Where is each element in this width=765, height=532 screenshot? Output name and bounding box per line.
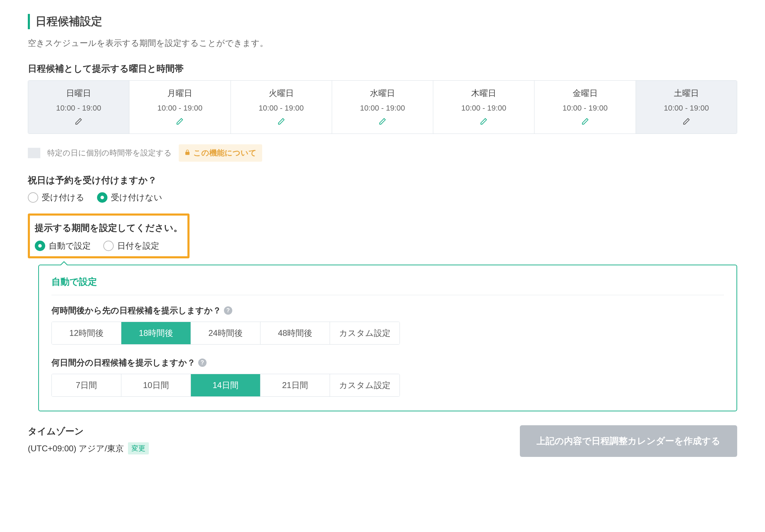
span-segments: 7日間10日間14日間21日間カスタム設定 <box>51 374 400 397</box>
timezone-change-link[interactable]: 変更 <box>128 442 149 454</box>
holiday-reject-radio[interactable]: 受け付けない <box>97 192 162 203</box>
help-icon[interactable]: ? <box>198 358 207 367</box>
day-time: 10:00 - 19:00 <box>132 104 227 113</box>
week-heading: 日程候補として提示する曜日と時間帯 <box>28 63 737 75</box>
day-name: 日曜日 <box>31 88 126 99</box>
edit-icon[interactable] <box>277 118 285 127</box>
create-calendar-button[interactable]: 上記の内容で日程調整カレンダーを作成する <box>520 425 737 457</box>
help-icon[interactable]: ? <box>224 306 232 315</box>
radio-label: 自動で設定 <box>49 240 91 251</box>
day-time: 10:00 - 19:00 <box>639 104 734 113</box>
lead-time-option[interactable]: 24時間後 <box>191 322 260 344</box>
day-cell: 火曜日10:00 - 19:00 <box>231 81 332 134</box>
day-cell: 土曜日10:00 - 19:00 <box>636 81 737 134</box>
lead-time-segments: 12時間後18時間後24時間後48時間後カスタム設定 <box>51 322 400 345</box>
timezone-value: (UTC+09:00) アジア/東京 <box>28 443 124 454</box>
radio-circle <box>103 241 114 251</box>
radio-circle <box>97 192 107 203</box>
day-cell: 水曜日10:00 - 19:00 <box>332 81 433 134</box>
section-description: 空きスケジュールを表示する期間を設定することができます。 <box>28 38 737 49</box>
radio-label: 受け付ける <box>42 192 84 203</box>
radio-label: 受け付けない <box>111 192 162 203</box>
edit-icon[interactable] <box>379 118 386 127</box>
day-name: 木曜日 <box>436 88 531 99</box>
day-time: 10:00 - 19:00 <box>335 104 430 113</box>
info-badge-label: この機能について <box>193 148 257 158</box>
period-mode-radio-group: 自動で設定 日付を設定 <box>35 240 183 251</box>
holiday-heading: 祝日は予約を受け付けますか？ <box>28 174 737 186</box>
lead-time-option[interactable]: 48時間後 <box>260 322 330 344</box>
day-time: 10:00 - 19:00 <box>436 104 531 113</box>
day-name: 月曜日 <box>132 88 227 99</box>
lead-time-option[interactable]: 18時間後 <box>121 322 191 344</box>
day-cell: 日曜日10:00 - 19:00 <box>28 81 129 134</box>
span-option[interactable]: 14日間 <box>191 374 260 396</box>
day-time: 10:00 - 19:00 <box>31 104 126 113</box>
lead-time-row: 何時間後から先の日程候補を提示しますか？ ? 12時間後18時間後24時間後48… <box>51 305 724 345</box>
lead-time-label: 何時間後から先の日程候補を提示しますか？ ? <box>51 305 724 316</box>
holiday-radio-group: 受け付ける 受け付けない <box>28 192 737 203</box>
radio-circle <box>35 241 45 251</box>
span-row: 何日間分の日程候補を提示しますか？ ? 7日間10日間14日間21日間カスタム設… <box>51 357 724 397</box>
section-title: 日程候補設定 <box>28 14 737 29</box>
checkbox-placeholder <box>28 148 40 158</box>
info-badge[interactable]: この機能について <box>179 144 262 162</box>
specific-day-row: 特定の日に個別の時間帯を設定する この機能について <box>28 144 737 162</box>
span-label: 何日間分の日程候補を提示しますか？ ? <box>51 357 724 368</box>
span-option[interactable]: 7日間 <box>52 374 121 396</box>
span-option[interactable]: 10日間 <box>121 374 191 396</box>
edit-icon[interactable] <box>581 118 589 127</box>
lead-time-option[interactable]: カスタム設定 <box>330 322 400 344</box>
lead-time-option[interactable]: 12時間後 <box>52 322 121 344</box>
span-option[interactable]: カスタム設定 <box>330 374 400 396</box>
radio-label: 日付を設定 <box>117 240 159 251</box>
holiday-accept-radio[interactable]: 受け付ける <box>28 192 84 203</box>
day-name: 火曜日 <box>234 88 329 99</box>
edit-icon[interactable] <box>480 118 488 127</box>
edit-icon[interactable] <box>75 118 82 127</box>
day-name: 金曜日 <box>537 88 633 99</box>
span-option[interactable]: 21日間 <box>260 374 330 396</box>
period-date-radio[interactable]: 日付を設定 <box>103 240 159 251</box>
period-mode-heading: 提示する期間を設定してください。 <box>35 222 183 234</box>
auto-panel-title: 自動で設定 <box>51 276 724 288</box>
day-cell: 木曜日10:00 - 19:00 <box>433 81 534 134</box>
day-name: 水曜日 <box>335 88 430 99</box>
period-auto-radio[interactable]: 自動で設定 <box>35 240 91 251</box>
timezone-heading: タイムゾーン <box>28 425 149 437</box>
bottom-row: タイムゾーン (UTC+09:00) アジア/東京 変更 上記の内容で日程調整カ… <box>28 425 737 457</box>
period-mode-highlight: 提示する期間を設定してください。 自動で設定 日付を設定 <box>28 213 190 258</box>
week-table: 日曜日10:00 - 19:00月曜日10:00 - 19:00火曜日10:00… <box>28 80 737 134</box>
lock-icon <box>184 148 191 158</box>
day-cell: 金曜日10:00 - 19:00 <box>534 81 636 134</box>
day-cell: 月曜日10:00 - 19:00 <box>129 81 231 134</box>
radio-circle <box>28 192 38 203</box>
day-time: 10:00 - 19:00 <box>234 104 329 113</box>
edit-icon[interactable] <box>176 118 184 127</box>
day-name: 土曜日 <box>639 88 734 99</box>
panel-divider <box>51 295 724 295</box>
edit-icon[interactable] <box>683 118 690 127</box>
auto-panel: 自動で設定 何時間後から先の日程候補を提示しますか？ ? 12時間後18時間後2… <box>38 265 737 411</box>
timezone-value-row: (UTC+09:00) アジア/東京 変更 <box>28 442 149 454</box>
specific-day-label: 特定の日に個別の時間帯を設定する <box>47 148 172 158</box>
day-time: 10:00 - 19:00 <box>537 104 633 113</box>
timezone-block: タイムゾーン (UTC+09:00) アジア/東京 変更 <box>28 425 149 454</box>
